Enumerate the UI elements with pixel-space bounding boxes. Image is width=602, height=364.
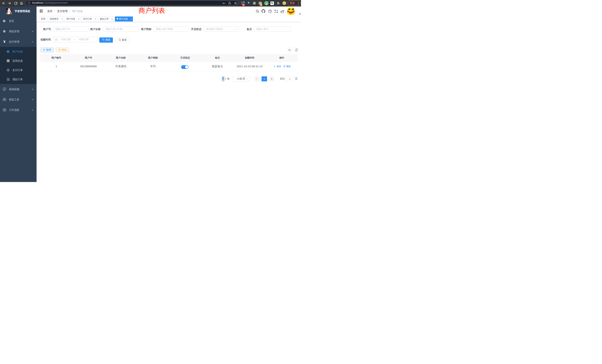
svg-text:⌘: ⌘ — [253, 2, 255, 4]
svg-text:y: y — [266, 2, 267, 4]
